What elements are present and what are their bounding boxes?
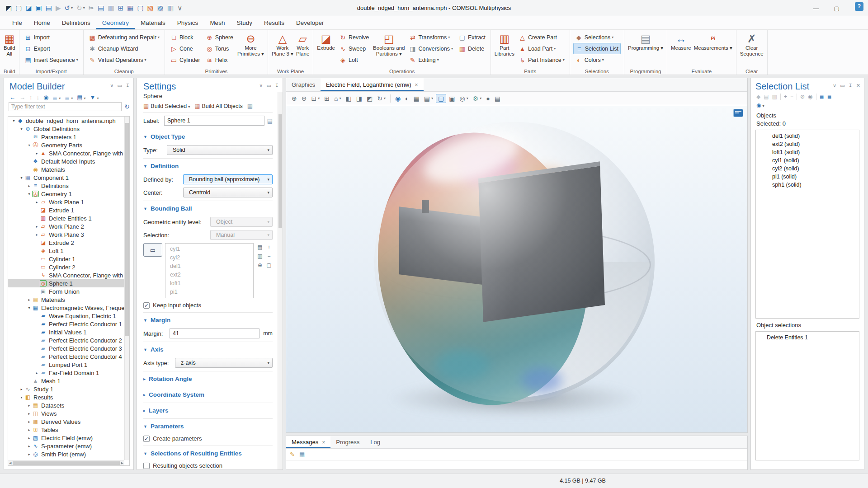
move-up-icon[interactable]: ↑ bbox=[29, 94, 33, 101]
zoom-box-icon[interactable]: ⊡▾ bbox=[309, 94, 321, 103]
zoom-out-icon[interactable]: ⊖ bbox=[300, 94, 309, 103]
plot-data-badge[interactable] bbox=[734, 109, 743, 117]
selection-object-item[interactable]: cyl2 (solid) bbox=[756, 164, 859, 173]
tree-node[interactable]: ◪Extrude 2 bbox=[8, 239, 129, 247]
sound-icon[interactable]: ◉ bbox=[393, 94, 402, 103]
section-coordinate-system[interactable]: ▸ Coordinate System bbox=[143, 387, 273, 400]
tree-node[interactable]: ⊕Sphere 1 bbox=[8, 279, 129, 287]
minimize-button[interactable]: — bbox=[806, 0, 826, 16]
tree-node[interactable]: ▰Initial Values 1 bbox=[8, 328, 129, 336]
show-toggle-icon[interactable]: ◉ bbox=[43, 94, 48, 101]
lock-icon[interactable]: ▣ bbox=[447, 94, 457, 103]
resulting-objects-selection-checkbox[interactable] bbox=[143, 463, 150, 469]
tree-node[interactable]: ▾▦Component 1 bbox=[8, 174, 129, 182]
section-bounding-ball[interactable]: ▼ Bounding Ball bbox=[143, 201, 273, 214]
refresh-icon[interactable]: ↻ bbox=[124, 103, 130, 110]
panel-pin-icon[interactable]: ↧ bbox=[126, 83, 130, 89]
tree-node[interactable]: ▸▰Far-Field Domain 1 bbox=[8, 369, 129, 377]
menu-tab-mesh[interactable]: Mesh bbox=[204, 16, 231, 29]
collapse-all-icon[interactable]: ≣▾ bbox=[52, 94, 61, 101]
expander-icon[interactable]: ▸ bbox=[26, 444, 32, 448]
defeaturing-repair-button[interactable]: ▩Defeaturing and Repair▾ bbox=[87, 32, 161, 43]
app-logo[interactable]: ◩ bbox=[5, 5, 12, 11]
close-icon[interactable]: ✕ bbox=[856, 83, 860, 89]
panel-pin-icon[interactable]: ↧ bbox=[849, 83, 853, 89]
build-all-button[interactable]: ▦Build All bbox=[2, 32, 17, 58]
menu-tab-physics[interactable]: Physics bbox=[171, 16, 204, 29]
sweep-button[interactable]: ∿Sweep bbox=[337, 43, 371, 54]
maximize-button[interactable]: ▢ bbox=[826, 0, 847, 16]
tree-node[interactable]: ▥Delete Entities 1 bbox=[8, 214, 129, 222]
link-selection-icon[interactable]: ◆ bbox=[756, 94, 760, 100]
zoom-in-icon[interactable]: ⊕ bbox=[290, 94, 299, 103]
expander-icon[interactable]: ▸ bbox=[26, 452, 32, 456]
tree-node[interactable]: ▭Cylinder 2 bbox=[8, 263, 129, 271]
section-margin[interactable]: ▼ Margin bbox=[143, 312, 273, 325]
input-object-item[interactable]: cyl1 bbox=[165, 245, 253, 253]
cylinder-button[interactable]: ▭Cylinder bbox=[168, 54, 202, 66]
paste-icon[interactable]: ▥ bbox=[256, 253, 264, 260]
expander-icon[interactable]: ▸ bbox=[26, 436, 32, 440]
tree-node[interactable]: ▭Cylinder 1 bbox=[8, 255, 129, 263]
label-input[interactable] bbox=[164, 116, 264, 126]
paste-icon[interactable]: ▥ bbox=[772, 94, 777, 100]
tree-node[interactable]: ▰Wave Equation, Electric 1 bbox=[8, 312, 129, 320]
tree-node[interactable]: ▾ⒶGeometry 1 bbox=[8, 190, 129, 198]
redo-button[interactable]: ↻▾ bbox=[76, 5, 85, 11]
transparency-icon[interactable]: ◐ bbox=[403, 94, 410, 103]
virtual-operations-button[interactable]: ✎Virtual Operations▾ bbox=[87, 54, 161, 66]
tree-node[interactable]: ▰Perfect Electric Conductor 3 bbox=[8, 344, 129, 352]
expander-icon[interactable]: ▾ bbox=[19, 395, 24, 399]
forward-icon[interactable]: → bbox=[19, 94, 25, 101]
build-all-objects-button[interactable]: ▦Build All Objects bbox=[194, 103, 243, 109]
clear-sequence-button[interactable]: ✗Clear Sequence bbox=[739, 32, 765, 58]
selection-object-item[interactable]: pi1 (solid) bbox=[756, 173, 859, 181]
back-icon[interactable]: ← bbox=[9, 94, 15, 101]
input-object-item[interactable]: pi1 bbox=[165, 288, 253, 296]
tree-node[interactable]: ▣Form Union bbox=[8, 287, 129, 296]
selection-object-item[interactable]: sph1 (solid) bbox=[756, 181, 859, 189]
default-view-icon[interactable]: ⌂▾ bbox=[332, 94, 343, 103]
copy-icon[interactable]: ▤ bbox=[764, 94, 769, 100]
input-object-item[interactable]: ext2 bbox=[165, 271, 253, 279]
panel-menu-icon[interactable]: ∨ bbox=[833, 83, 836, 89]
sequence-grid-icon[interactable]: ▦ bbox=[247, 103, 253, 109]
section-rotation-angle[interactable]: ▸ Rotation Angle bbox=[143, 371, 273, 384]
tree-node[interactable]: ▾◆double_ridged_horn_antenna.mph bbox=[8, 117, 129, 125]
tree-node[interactable]: ▰Perfect Electric Conductor 4 bbox=[8, 352, 129, 361]
view-settings-icon[interactable]: ▤▾ bbox=[422, 94, 435, 103]
expander-icon[interactable]: ▸ bbox=[34, 200, 40, 204]
panel-float-icon[interactable]: ▭ bbox=[840, 83, 844, 89]
selection-list-button[interactable]: ≡Selection List bbox=[573, 43, 621, 54]
sort-down-icon[interactable]: ≣ bbox=[827, 94, 832, 100]
show-icon[interactable]: ◉ bbox=[808, 94, 812, 100]
tree-node[interactable]: ▸▩Derived Values bbox=[8, 418, 129, 426]
tree-node[interactable]: ▰Lumped Port 1 bbox=[8, 361, 129, 369]
export-button[interactable]: ⊟Export bbox=[23, 43, 80, 54]
section-layers[interactable]: ▸ Layers bbox=[143, 403, 273, 416]
color-theme-icon[interactable]: ◎▾ bbox=[458, 94, 470, 103]
view-zx-icon[interactable]: ◩ bbox=[365, 94, 374, 103]
create-parameters-checkbox[interactable]: ✓ bbox=[143, 436, 150, 442]
selections-button[interactable]: ◆Selections▾ bbox=[573, 32, 621, 43]
menu-tab-study[interactable]: Study bbox=[231, 16, 258, 29]
remove-icon[interactable]: − bbox=[790, 94, 793, 100]
find-icon[interactable]: ▨ bbox=[157, 5, 164, 11]
paste-icon[interactable]: ▥ bbox=[108, 5, 114, 11]
tree-settings-icon[interactable]: ▤▾ bbox=[77, 94, 85, 101]
panel-float-icon[interactable]: ▭ bbox=[117, 83, 122, 89]
tree-node[interactable]: ◈Loft 1 bbox=[8, 247, 129, 255]
expander-icon[interactable]: ▾ bbox=[19, 176, 24, 180]
expander-icon[interactable]: ▾ bbox=[19, 127, 24, 131]
duplicate-icon[interactable]: ⊞ bbox=[118, 5, 124, 11]
expander-icon[interactable]: ▸ bbox=[26, 420, 32, 424]
axis-type-select[interactable]: z-axis▾ bbox=[175, 358, 273, 368]
expander-icon[interactable]: ▸ bbox=[26, 184, 32, 188]
expander-icon[interactable]: ▸ bbox=[26, 412, 32, 416]
table-icon[interactable]: ▥ bbox=[167, 5, 174, 11]
tree-node[interactable]: ↳SMA Connector, Flange with bbox=[8, 271, 129, 279]
expander-icon[interactable]: ▾ bbox=[26, 143, 32, 147]
input-object-item[interactable]: cyl2 bbox=[165, 253, 253, 262]
selection-object-item[interactable]: loft1 (solid) bbox=[756, 148, 859, 156]
filter-icon[interactable]: ▼▾ bbox=[90, 94, 99, 101]
